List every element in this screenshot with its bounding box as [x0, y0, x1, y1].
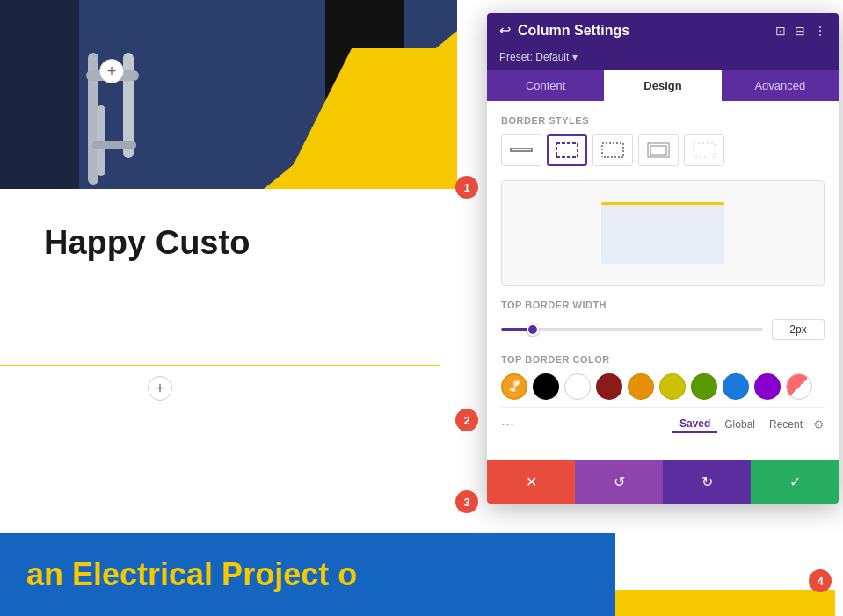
border-style-double[interactable]: [638, 134, 679, 166]
confirm-button[interactable]: ✓: [751, 460, 839, 504]
panel-body: Border Styles: [487, 101, 839, 460]
color-swatch-purple[interactable]: [754, 373, 781, 400]
badge-4: 4: [809, 569, 832, 592]
bottom-yellow-strip: [615, 590, 835, 616]
yellow-triangle: [264, 31, 457, 189]
border-style-none[interactable]: [684, 134, 724, 166]
expand-icon[interactable]: ⊡: [775, 24, 786, 38]
preset-row[interactable]: Preset: Default ▾: [487, 47, 839, 70]
color-picker-icon[interactable]: [501, 373, 527, 400]
color-more-dots[interactable]: ···: [501, 415, 514, 433]
top-border-width-label: Top Border Width: [501, 300, 825, 310]
top-border-color-label: Top Border Color: [501, 354, 825, 365]
border-styles-label: Border Styles: [501, 115, 825, 126]
tab-advanced[interactable]: Advanced: [722, 70, 839, 101]
color-swatch-green[interactable]: [691, 373, 717, 400]
redo-button[interactable]: ↻: [663, 460, 751, 504]
yellow-divider: [0, 365, 440, 366]
border-style-dotted[interactable]: [592, 134, 633, 166]
slider-thumb[interactable]: [527, 323, 539, 336]
bottom-bar-text: an Electrical Project o: [26, 556, 357, 593]
svg-rect-3: [648, 143, 669, 157]
svg-rect-1: [556, 143, 578, 157]
border-preview: [501, 180, 825, 286]
color-swatch-diagonal[interactable]: [786, 373, 812, 400]
color-tab-global[interactable]: Global: [717, 417, 762, 432]
slider-row: 2px: [501, 319, 825, 340]
color-swatch-blue[interactable]: [723, 373, 749, 400]
color-swatch-white[interactable]: [564, 373, 591, 400]
color-swatches: [501, 373, 825, 400]
slider-value-input[interactable]: 2px: [772, 319, 825, 340]
panel-header: ↩ Column Settings ⊡ ⊟ ⋮: [487, 13, 839, 47]
svg-rect-4: [650, 146, 666, 155]
color-tabs-row: ··· Saved Global Recent ⚙: [501, 407, 825, 437]
cancel-button[interactable]: ✕: [487, 460, 575, 504]
person-silhouette: [0, 0, 79, 189]
top-border-color-section: Top Border Color: [501, 354, 825, 437]
color-swatch-yellow[interactable]: [659, 373, 686, 400]
page-title: Happy Custo: [44, 224, 250, 262]
column-settings-panel: ↩ Column Settings ⊡ ⊟ ⋮ Preset: Default …: [487, 13, 839, 504]
border-style-solid[interactable]: [501, 134, 541, 166]
hero-image: [0, 0, 457, 189]
svg-rect-2: [602, 143, 623, 157]
add-button-2[interactable]: +: [148, 376, 172, 401]
border-styles-row: [501, 134, 825, 166]
badge-1: 1: [455, 176, 478, 199]
tab-design[interactable]: Design: [604, 70, 721, 101]
badge-2: 2: [455, 409, 478, 431]
svg-rect-5: [694, 143, 715, 157]
pipe-horizontal-2: [92, 141, 136, 149]
color-swatch-black[interactable]: [533, 373, 559, 400]
action-bar: ✕ ↺ ↻ ✓: [487, 460, 839, 504]
columns-icon[interactable]: ⊟: [795, 24, 805, 38]
back-icon[interactable]: ↩: [499, 22, 511, 39]
slider-track[interactable]: [501, 328, 763, 331]
panel-tabs: Content Design Advanced: [487, 70, 839, 101]
top-border-width-section: Top Border Width 2px: [501, 300, 825, 340]
add-button-1[interactable]: +: [99, 59, 124, 83]
badge-3: 3: [455, 490, 478, 513]
panel-title: Column Settings: [518, 23, 629, 39]
undo-button[interactable]: ↺: [575, 460, 663, 504]
panel-header-left: ↩ Column Settings: [499, 22, 629, 39]
preview-box: [601, 202, 724, 264]
more-icon[interactable]: ⋮: [814, 24, 826, 38]
bottom-blue-bar: an Electrical Project o: [0, 533, 615, 616]
color-settings-icon[interactable]: ⚙: [813, 417, 825, 431]
svg-rect-0: [511, 149, 532, 151]
panel-header-actions: ⊡ ⊟ ⋮: [775, 24, 826, 38]
color-swatch-orange[interactable]: [628, 373, 654, 400]
color-tab-recent[interactable]: Recent: [762, 417, 810, 432]
tab-content[interactable]: Content: [487, 70, 604, 101]
color-tab-saved[interactable]: Saved: [672, 416, 717, 433]
color-swatch-darkred[interactable]: [596, 373, 622, 400]
preset-label: Preset: Default: [499, 51, 569, 63]
black-rect: [325, 0, 404, 119]
border-style-dashed[interactable]: [547, 134, 587, 166]
